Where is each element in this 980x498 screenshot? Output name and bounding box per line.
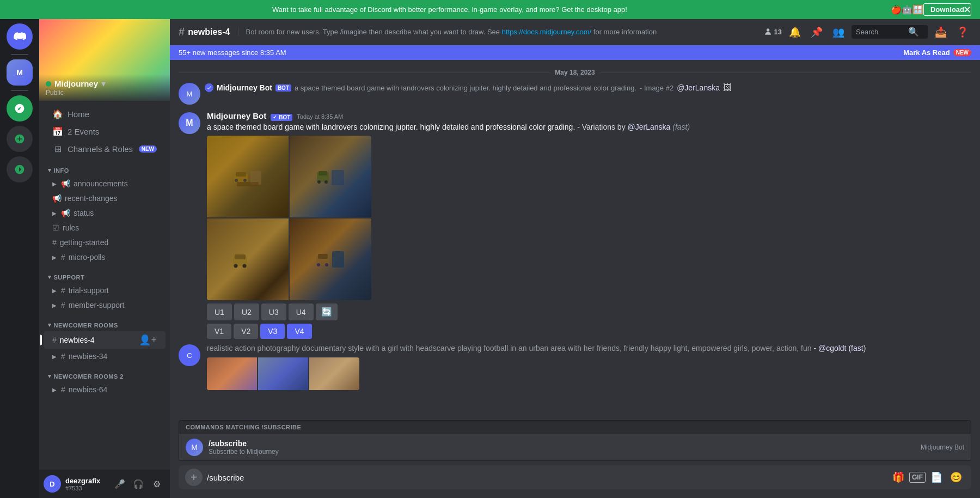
channel-micro-polls[interactable]: ▶ # micro-polls <box>44 250 166 264</box>
gif-button[interactable]: GIF <box>909 472 926 483</box>
svg-point-14 <box>243 264 247 268</box>
verified-checkmark: ✓ <box>273 114 277 120</box>
svg-rect-16 <box>318 254 328 259</box>
channel-newbies-4[interactable]: # newbies-4 👤+ <box>44 331 166 349</box>
strip-image-2[interactable] <box>258 357 308 390</box>
server-icon-midjourney[interactable]: M <box>7 59 33 86</box>
add-server-icon[interactable] <box>7 126 33 152</box>
v4-button[interactable]: V4 <box>287 324 311 339</box>
section-info[interactable]: ▾ INFO <box>39 158 170 176</box>
image-cell-3[interactable] <box>207 218 289 300</box>
channel-recent-changes[interactable]: 📢 recent-changes <box>44 191 166 205</box>
top-banner: Want to take full advantage of Discord w… <box>0 0 980 19</box>
message-text: a space themed board game with landrover… <box>207 122 971 133</box>
channel-status[interactable]: ▶ 📢 status <box>44 206 166 220</box>
nav-home[interactable]: 🏠 Home <box>44 106 166 123</box>
strip-image-1[interactable] <box>207 357 257 390</box>
explore-icon[interactable] <box>7 95 33 122</box>
v3-button[interactable]: V3 <box>260 324 285 339</box>
save-image-icon[interactable]: 🖼 <box>723 83 732 93</box>
mark-as-read-button[interactable]: Mark As Read NEW <box>903 48 971 57</box>
section-newcomer-rooms[interactable]: ▾ NEWCOMER ROOMS <box>39 313 170 331</box>
message-author[interactable]: Midjourney Bot <box>207 111 266 120</box>
image-grid <box>207 136 371 300</box>
message-header: Midjourney Bot ✓ BOT Today at 8:35 AM <box>207 111 971 121</box>
icon-separator <box>11 54 28 55</box>
message-time: Today at 8:35 AM <box>297 113 343 120</box>
prompt-speed: (fast) <box>672 123 690 131</box>
icon-separator-2 <box>11 90 28 91</box>
u4-button[interactable]: U4 <box>289 303 314 320</box>
svg-rect-7 <box>318 171 327 175</box>
u3-button[interactable]: U3 <box>261 303 286 320</box>
channel-getting-started[interactable]: # getting-started <box>44 235 166 250</box>
image-cell-2[interactable] <box>290 136 371 217</box>
channel-newbies-34[interactable]: ▶ # newbies-34 <box>44 349 166 363</box>
members-button[interactable]: 👥 <box>830 23 847 41</box>
second-message-avatar: C <box>179 344 200 366</box>
discord-logo[interactable] <box>7 23 33 50</box>
command-info: /subscribe Subscribe to Midjourney <box>209 439 279 456</box>
channel-name: announcements <box>74 179 128 188</box>
search-box[interactable]: 🔍 <box>852 25 928 39</box>
v2-button[interactable]: V2 <box>234 324 258 339</box>
u1-button[interactable]: U1 <box>207 303 232 320</box>
nav-events[interactable]: 📅 2 Events <box>44 123 166 140</box>
svg-rect-10 <box>332 170 344 185</box>
nav-home-label: Home <box>68 110 89 119</box>
strip-image-3[interactable] <box>309 357 359 390</box>
server-header[interactable]: Midjourney ▾ Public <box>39 19 170 101</box>
gift-button[interactable]: 🎁 <box>890 469 907 486</box>
channel-member-support[interactable]: ▶ # member-support <box>44 298 166 312</box>
deafen-button[interactable]: 🎧 <box>130 475 147 493</box>
server-header-overlay: Midjourney ▾ Public <box>39 74 170 101</box>
channel-link[interactable]: https://docs.midjourney.com/ <box>502 28 592 36</box>
home-icon: 🏠 <box>52 109 63 119</box>
v1-button[interactable]: V1 <box>207 324 231 339</box>
input-actions: 🎁 GIF 📄 😊 <box>890 469 965 486</box>
nav-channels-roles[interactable]: ⊞ Channels & Roles NEW <box>44 141 166 157</box>
channel-trial-support[interactable]: ▶ # trial-support <box>44 283 166 297</box>
channel-title: newbies-4 <box>188 27 230 37</box>
channel-announcements[interactable]: ▶ 📢 announcements <box>44 177 166 191</box>
emoji-button[interactable]: 😊 <box>947 469 965 486</box>
help-button[interactable]: ❓ <box>954 23 971 41</box>
u2-button[interactable]: U2 <box>234 303 259 320</box>
channel-newbies-64[interactable]: ▶ # newbies-64 <box>44 382 166 397</box>
hash-icon-2: # <box>61 253 65 262</box>
mute-button[interactable]: 🎤 <box>111 475 128 493</box>
bot-avatar[interactable]: M <box>179 112 200 134</box>
input-add-button[interactable]: + <box>185 469 203 486</box>
messages-scroll[interactable]: May 18, 2023 M Midjourney Bot BOT a spac… <box>170 60 980 420</box>
refresh-button[interactable]: 🔄 <box>316 303 338 320</box>
channel-rules[interactable]: ☑ rules <box>44 221 166 235</box>
download-apps-icon[interactable] <box>7 156 33 183</box>
android-icon: 🤖 <box>902 4 912 15</box>
sticker-button[interactable]: 📄 <box>928 469 945 486</box>
command-popup-header: COMMANDS MATCHING /subscribe <box>179 421 971 434</box>
image-cell-1[interactable] <box>207 136 289 217</box>
notification-settings-button[interactable]: 🔔 <box>786 23 804 41</box>
user-avatar[interactable]: D <box>44 475 61 493</box>
section-newcomer-rooms-2[interactable]: ▾ NEWCOMER ROOMS 2 <box>39 364 170 382</box>
second-message-suffix: - @cgoldt (fast) <box>813 344 866 353</box>
calendar-icon: 📅 <box>52 126 63 137</box>
settings-button[interactable]: ⚙ <box>148 475 166 493</box>
section-support[interactable]: ▾ SUPPORT <box>39 265 170 283</box>
channel-name: getting-started <box>60 238 109 247</box>
subscribe-command[interactable]: M /subscribe Subscribe to Midjourney Mid… <box>179 434 971 460</box>
bot-badge: ✓ BOT <box>271 114 292 121</box>
pin-button[interactable]: 📌 <box>808 23 825 41</box>
megaphone-icon: 📢 <box>61 179 70 188</box>
message-input[interactable] <box>207 466 885 489</box>
inbox-button[interactable]: 📥 <box>932 23 950 41</box>
svg-rect-19 <box>332 251 344 268</box>
search-input[interactable] <box>856 28 905 36</box>
new-messages-banner[interactable]: 55+ new messages since 8:35 AM Mark As R… <box>170 45 980 60</box>
image-cell-4[interactable] <box>290 218 371 300</box>
hash-icon-5: # <box>52 336 57 344</box>
user-tag: #7533 <box>65 485 107 491</box>
date-divider: May 18, 2023 <box>170 60 980 81</box>
banner-close-button[interactable]: ✕ <box>963 5 971 15</box>
new-badge: NEW <box>953 49 971 56</box>
